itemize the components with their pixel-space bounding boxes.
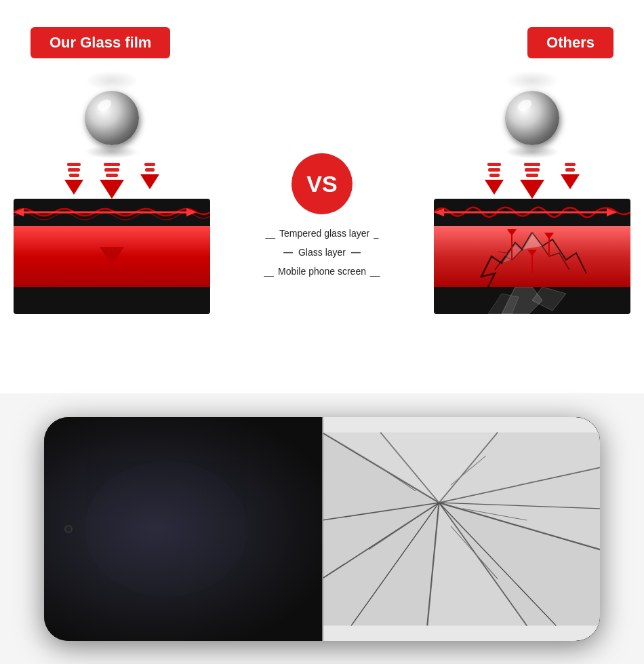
labels-row: Our Glass film Others	[31, 27, 613, 58]
our-glass-arrows	[64, 163, 159, 199]
mobile-screen-label-row: __ Mobile phone screen __	[264, 266, 380, 277]
arrow-chevron-small	[561, 174, 580, 189]
dash-right2: __	[370, 267, 380, 277]
crack-svg	[434, 226, 630, 287]
arrow-line	[488, 168, 500, 172]
arrow-line	[487, 163, 501, 166]
arrow-center-r	[520, 163, 544, 199]
vs-center: VS __ Tempered glass layer _ — Glass lay…	[247, 72, 397, 277]
vs-badge: VS	[291, 153, 353, 214]
others-ball	[505, 91, 559, 145]
arrow-line	[104, 168, 119, 172]
ball-glow-top-right	[505, 71, 559, 91]
arrow-line	[69, 174, 79, 177]
wave-svg	[14, 199, 210, 226]
ball-shadow-right	[505, 145, 559, 159]
arrow-chevron-small	[140, 174, 159, 189]
tempered-glass-label-row: __ Tempered glass layer _	[264, 228, 380, 239]
svg-point-17	[85, 461, 247, 597]
arrow-line	[144, 163, 155, 166]
tempered-glass-cracked-visual	[434, 199, 630, 226]
arrow-lines	[67, 163, 81, 177]
arrow-line	[565, 168, 575, 172]
dash-em-left: —	[283, 247, 293, 258]
arrow-line	[526, 174, 538, 177]
crack-bottom-svg	[434, 287, 630, 314]
arrow-line	[565, 163, 576, 166]
phone-comparison-screen	[44, 417, 600, 641]
ball-shadow	[85, 145, 139, 159]
top-comparison-section: Our Glass film Others	[0, 0, 644, 393]
others-side	[424, 72, 641, 314]
glass-layer-visual	[14, 226, 210, 287]
bottom-phone-section	[0, 393, 644, 664]
layer-labels: __ Tempered glass layer _ — Glass layer …	[264, 228, 380, 277]
others-label: Others	[527, 27, 613, 58]
our-glass-ball-container	[71, 72, 153, 160]
comparison-area: VS __ Tempered glass layer _ — Glass lay…	[3, 72, 641, 314]
arrow-line	[525, 168, 540, 172]
wave-cracked-svg	[434, 199, 630, 226]
arrow-chevron-large	[520, 180, 544, 199]
arrow-line	[68, 168, 80, 172]
our-glass-label: Our Glass film	[31, 27, 170, 58]
arrow-line	[104, 163, 120, 166]
tempered-glass-label-group: __ Tempered glass layer _	[264, 228, 380, 239]
arrow-lines	[144, 163, 155, 172]
others-arrows	[485, 163, 580, 199]
arrow-line	[67, 163, 81, 166]
dash-em-right: —	[351, 247, 361, 258]
glass-layer-label: Glass layer	[298, 247, 346, 258]
arrow-lines	[565, 163, 576, 172]
others-glass-diagram	[434, 199, 630, 314]
arrow-lines	[487, 163, 501, 177]
arrow-line	[106, 174, 118, 177]
ball-glow-top	[85, 71, 139, 91]
intact-screen-half	[44, 417, 322, 641]
arrow-line	[489, 174, 500, 177]
cracked-mobile-screen-visual	[434, 287, 630, 314]
cracked-glass-layer-visual	[434, 226, 630, 287]
arrow-left	[64, 163, 83, 199]
mobile-screen-label-group: __ Mobile phone screen __	[264, 266, 380, 277]
arrow-chevron-large	[100, 180, 124, 199]
our-glass-ball	[85, 91, 139, 145]
screen-divider	[322, 417, 323, 641]
our-glass-side	[3, 72, 220, 314]
arrow-center	[100, 163, 124, 199]
intact-reflection-svg	[44, 417, 322, 641]
svg-marker-15	[532, 287, 566, 311]
crack-pattern-svg	[322, 417, 600, 641]
dash-right: _	[374, 229, 378, 239]
arrow-right-r	[561, 163, 580, 199]
arrow-line	[524, 163, 540, 166]
mobile-phone-screen-label: Mobile phone screen	[278, 266, 366, 277]
arrow-lines	[524, 163, 540, 177]
others-ball-container	[491, 72, 573, 160]
tempered-glass-layer-label: Tempered glass layer	[279, 228, 369, 239]
tempered-glass-layer-visual	[14, 199, 210, 226]
center-down-arrow	[100, 247, 124, 266]
arrow-chevron	[64, 180, 83, 195]
our-glass-diagram	[14, 199, 210, 314]
cracked-screen-half	[322, 417, 600, 641]
arrow-left-r	[485, 163, 504, 199]
glass-label-group: — Glass layer —	[264, 247, 380, 258]
dash-left: __	[266, 229, 275, 239]
dash-left2: __	[264, 267, 274, 277]
arrow-right	[140, 163, 159, 199]
arrow-chevron	[485, 180, 504, 195]
arrow-line	[145, 168, 155, 172]
glass-label-row: — Glass layer —	[264, 247, 380, 258]
mobile-screen-layer-visual	[14, 287, 210, 314]
arrow-lines	[104, 163, 120, 177]
